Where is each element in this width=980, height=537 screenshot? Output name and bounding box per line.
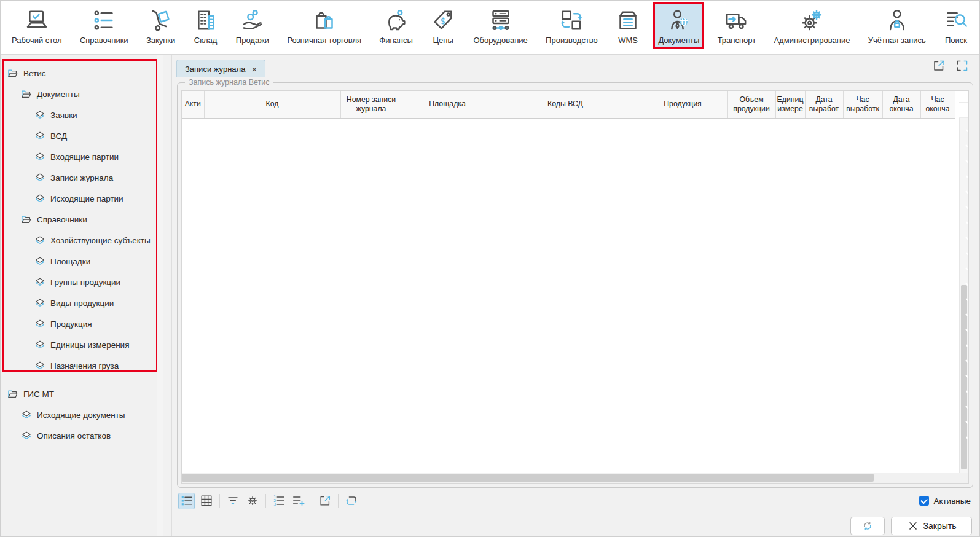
- sidebar-item-label: Группы продукции: [50, 278, 120, 287]
- toolbar-item-справочники[interactable]: Справочники: [75, 2, 133, 49]
- sidebar: ВетисДокументыЗаявкиВСДВходящие партииЗа…: [1, 55, 163, 536]
- toolbar-item-склад[interactable]: Склад: [189, 2, 223, 49]
- sidebar-item-площадки[interactable]: Площадки: [1, 251, 163, 272]
- toolbar-item-администрирование[interactable]: Администрирование: [769, 2, 855, 49]
- sidebar-item-входящие-партии[interactable]: Входящие партии: [1, 146, 163, 167]
- layers-icon: [20, 429, 33, 442]
- sidebar-item-документы[interactable]: Документы: [1, 84, 163, 104]
- coins-hand-icon: [240, 6, 265, 34]
- sidebar-item-label: Входящие партии: [50, 152, 119, 162]
- svg-text:3: 3: [273, 502, 276, 507]
- toolbar-item-рабочий-стол[interactable]: Рабочий стол: [7, 2, 67, 49]
- row-checkbox-cell[interactable]: [959, 91, 968, 102]
- layers-icon: [34, 297, 46, 309]
- sidebar-item-справочники[interactable]: Справочники: [1, 209, 163, 230]
- sidebar-item-исходящие-документы[interactable]: Исходящие документы: [1, 404, 163, 425]
- sidebar-item-гис-мт[interactable]: ГИС МТ: [1, 383, 163, 404]
- grid-view-icon: [200, 494, 213, 508]
- column-header-дата-оконча[interactable]: Дата оконча: [882, 91, 920, 118]
- toolbar-item-оборудование[interactable]: Оборудование: [468, 2, 532, 49]
- sidebar-item-label: Исходящие партии: [50, 194, 123, 203]
- sidebar-item-единицы-измерения[interactable]: Единицы измерения: [1, 334, 163, 355]
- toolbar-item-производство[interactable]: Производство: [541, 2, 603, 49]
- table-toolbar-loop-button[interactable]: [343, 493, 359, 509]
- column-header-площадка[interactable]: Площадка: [402, 91, 493, 118]
- checkbox-checked-icon[interactable]: [919, 496, 929, 506]
- gear-icon: [246, 494, 259, 508]
- desktop-check-icon: [25, 6, 49, 34]
- column-header-коды-всд[interactable]: Коды ВСД: [493, 91, 638, 118]
- horizontal-scrollbar[interactable]: [182, 473, 959, 483]
- sidebar-item-label: Справочники: [37, 215, 87, 224]
- sidebar-item-label: Заявки: [50, 111, 77, 120]
- fullscreen-icon[interactable]: [955, 58, 970, 73]
- list-icon: [92, 6, 116, 34]
- toolbar-item-цены[interactable]: $Цены: [426, 2, 460, 49]
- toolbar-item-финансы[interactable]: Финансы: [374, 2, 418, 49]
- close-button[interactable]: Закрыть: [891, 517, 972, 535]
- table-toolbar-list-view-button[interactable]: [178, 493, 195, 509]
- sidebar-item-записи-журнала[interactable]: Записи журнала: [1, 167, 163, 188]
- sidebar-scrollbar[interactable]: [157, 55, 163, 536]
- toolbar-item-учётная-запись[interactable]: Учётная запись: [863, 2, 931, 49]
- sidebar-item-ветис[interactable]: Ветис: [1, 63, 163, 84]
- column-header-объем-продукции[interactable]: Объем продукции: [727, 91, 775, 118]
- column-header-час-оконча[interactable]: Час оконча: [920, 91, 955, 118]
- refresh-button[interactable]: [850, 517, 885, 535]
- table-toolbar-filter-button[interactable]: [224, 493, 241, 509]
- close-button-label: Закрыть: [923, 521, 957, 531]
- sidebar-item-label: Описания остатков: [37, 431, 111, 441]
- table-toolbar-open-window-button[interactable]: [316, 493, 333, 509]
- handtruck-icon: [149, 6, 173, 34]
- tab-close-icon[interactable]: ×: [251, 65, 257, 74]
- column-header-продукция[interactable]: Продукция: [638, 91, 727, 118]
- row-checkbox-cell[interactable]: [959, 102, 968, 117]
- refresh-icon: [861, 520, 874, 532]
- popout-icon[interactable]: [931, 58, 946, 73]
- sidebar-item-всд[interactable]: ВСД: [1, 125, 163, 146]
- toolbar-item-label: Администрирование: [774, 36, 850, 45]
- active-filter-checkbox[interactable]: Активные: [919, 496, 971, 506]
- numbered-list-icon: 123: [272, 494, 286, 508]
- toolbar-item-label: Поиск: [945, 36, 967, 45]
- column-header-код[interactable]: Код: [204, 91, 340, 118]
- toolbar-separator: [265, 494, 266, 508]
- journal-table: АктиКодНомер записи журналаПлощадкаКоды …: [181, 90, 969, 484]
- table-toolbar-gear-button[interactable]: [244, 493, 261, 509]
- sidebar-item-описания-остатков[interactable]: Описания остатков: [1, 425, 163, 446]
- column-header-номер-записи-журнала[interactable]: Номер записи журнала: [340, 91, 402, 118]
- toolbar-item-продажи[interactable]: Продажи: [231, 2, 274, 49]
- column-header-единиц-измере[interactable]: Единиц измере: [775, 91, 805, 118]
- sidebar-item-виды-продукции[interactable]: Виды продукции: [1, 292, 163, 313]
- layers-icon: [34, 339, 46, 351]
- main-panel: Записи журнала × Запись журнала Ветис Ак…: [171, 55, 978, 536]
- toolbar-item-закупки[interactable]: Закупки: [141, 2, 180, 49]
- column-header-дата-выработ[interactable]: Дата выработ: [805, 91, 843, 118]
- toolbar-item-поиск[interactable]: Поиск: [939, 2, 973, 49]
- toolbar-item-wms[interactable]: WMS: [611, 2, 645, 49]
- toolbar-item-розничная-торговля[interactable]: Розничная торговля: [282, 2, 366, 49]
- sidebar-item-исходящие-партии[interactable]: Исходящие партии: [1, 188, 163, 209]
- table-row[interactable]: 5e408c63-45aa-4506-8c50-12a73f6a8ca22886…: [959, 102, 968, 117]
- sidebar-item-продукция[interactable]: Продукция: [1, 313, 163, 334]
- toolbar-item-label: Производство: [546, 36, 598, 45]
- layers-icon: [34, 234, 46, 246]
- table-toolbar-numbered-list-button[interactable]: 123: [270, 493, 287, 509]
- toolbar-item-транспорт[interactable]: Транспорт: [713, 2, 761, 49]
- truck-icon: [724, 6, 749, 34]
- sidebar-item-заявки[interactable]: Заявки: [1, 104, 163, 125]
- sidebar-item-хозяйствующие-субъекты[interactable]: Хозяйствующие субъекты: [1, 230, 163, 251]
- folder-icon: [7, 67, 19, 79]
- table-toolbar-list-add-button[interactable]: [290, 493, 307, 509]
- sidebar-item-назначения-груза[interactable]: Назначения груза: [1, 355, 163, 376]
- toolbar-item-документы[interactable]: Документы: [653, 2, 704, 49]
- column-header-час-выработк[interactable]: Час выработк: [843, 91, 882, 118]
- sidebar-item-label: Документы: [37, 90, 80, 99]
- sidebar-item-группы-продукции[interactable]: Группы продукции: [1, 272, 163, 292]
- tab-journal-records[interactable]: Записи журнала ×: [176, 60, 265, 77]
- column-header-active[interactable]: Акти: [182, 91, 204, 118]
- table-row[interactable]: 500d24d5-32fe-4e6b-abcc-b74c639ae9492886…: [959, 91, 968, 102]
- table-toolbar-grid-view-button[interactable]: [198, 493, 214, 509]
- toolbar-item-label: Склад: [194, 36, 218, 45]
- horizontal-scrollbar-thumb[interactable]: [182, 474, 874, 482]
